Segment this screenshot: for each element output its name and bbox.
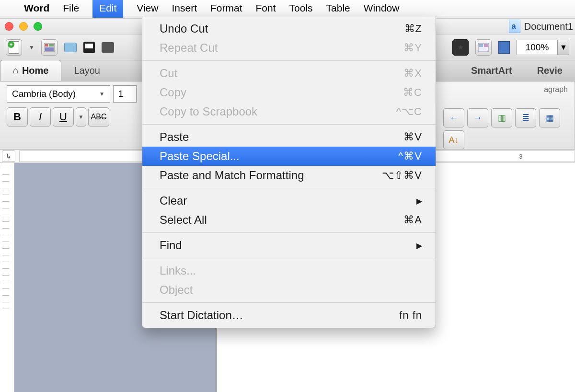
- menubar-format[interactable]: Format: [210, 2, 242, 14]
- menu-item-copy: Copy⌘C: [142, 83, 436, 102]
- menu-item-label: Copy: [160, 86, 186, 99]
- edit-menu-dropdown: Undo Cut⌘ZRepeat Cut⌘YCut⌘XCopy⌘CCopy to…: [142, 16, 436, 328]
- line-spacing-button[interactable]: ≣: [515, 108, 536, 127]
- text-direction-button[interactable]: ▥: [491, 108, 512, 127]
- menu-item-label: Cut: [160, 67, 177, 80]
- close-window-icon[interactable]: [5, 22, 13, 31]
- mac-menubar: Word File Edit View Insert Format Font T…: [0, 0, 575, 16]
- tab-stop-selector[interactable]: ↳: [2, 150, 15, 162]
- print-button[interactable]: [102, 42, 114, 53]
- menubar-app-name[interactable]: Word: [24, 2, 49, 14]
- menubar-tools[interactable]: Tools: [289, 2, 313, 14]
- borders-button[interactable]: ▦: [539, 108, 560, 127]
- svg-rect-5: [479, 44, 483, 47]
- tab-smartart[interactable]: SmartArt: [459, 60, 525, 81]
- menu-item-paste-special[interactable]: Paste Special...^⌘V: [142, 147, 436, 166]
- menu-separator: [142, 60, 436, 61]
- dropdown-arrow-icon[interactable]: ▼: [29, 44, 34, 51]
- menu-item-label: Select All: [160, 213, 207, 227]
- menubar-window[interactable]: Window: [364, 2, 400, 14]
- menu-item-find[interactable]: Find▶: [142, 236, 436, 255]
- menu-item-links: Links...: [142, 261, 436, 280]
- underline-button[interactable]: U: [53, 107, 74, 127]
- underline-dropdown[interactable]: ▼: [76, 107, 86, 127]
- menubar-view[interactable]: View: [137, 2, 158, 14]
- menu-item-shortcut: ⌘V: [403, 131, 422, 143]
- menu-item-start-dictation[interactable]: Start Dictation…fn fn: [142, 306, 436, 325]
- submenu-arrow-icon: ▶: [416, 241, 422, 250]
- font-size-value: 1: [118, 89, 124, 99]
- menu-item-select-all[interactable]: Select All⌘A: [142, 210, 436, 230]
- italic-button[interactable]: I: [30, 107, 51, 127]
- tab-review[interactable]: Revie: [525, 60, 575, 81]
- svg-rect-1: [45, 44, 48, 46]
- menu-item-label: Start Dictation…: [160, 309, 243, 322]
- menu-item-shortcut: ⌘Y: [403, 42, 422, 54]
- font-name-value: Cambria (Body): [12, 89, 76, 99]
- menubar-font[interactable]: Font: [256, 2, 276, 14]
- font-size-combo[interactable]: 1: [113, 85, 137, 103]
- menu-item-shortcut: ⌘C: [403, 86, 422, 99]
- menubar-insert[interactable]: Insert: [172, 2, 197, 14]
- menu-item-label: Repeat Cut: [160, 41, 218, 55]
- gallery-icon: [478, 43, 489, 52]
- ribbon-group-font: Cambria (Body) ▼ 1 B I U ▼ ABC: [0, 81, 144, 149]
- increase-indent-button[interactable]: [467, 108, 488, 127]
- menu-separator: [142, 258, 436, 258]
- menu-item-label: Paste and Match Formatting: [160, 169, 304, 182]
- menu-separator: [142, 124, 436, 125]
- menu-separator: [142, 302, 436, 303]
- window-title: Document1: [524, 21, 573, 32]
- menu-item-shortcut: ^⌘V: [398, 150, 422, 162]
- media-button[interactable]: [498, 41, 510, 54]
- menu-item-shortcut: ⌘A: [403, 214, 422, 226]
- menu-item-label: Paste Special...: [160, 150, 240, 163]
- menu-item-shortcut: ⌥⇧⌘V: [382, 169, 422, 182]
- menubar-table[interactable]: Table: [326, 2, 350, 14]
- zoom-field[interactable]: 100%: [517, 40, 558, 55]
- menu-item-paste[interactable]: Paste⌘V: [142, 127, 436, 147]
- font-name-combo[interactable]: Cambria (Body) ▼: [7, 85, 110, 103]
- sort-button[interactable]: A↓: [443, 130, 464, 150]
- strikethrough-button[interactable]: ABC: [88, 107, 109, 127]
- tab-home-label: Home: [22, 65, 49, 76]
- menu-item-repeat-cut: Repeat Cut⌘Y: [142, 38, 436, 58]
- document-icon: [509, 20, 520, 33]
- menu-item-shortcut: ^⌥C: [396, 105, 422, 118]
- chevron-down-icon: ▼: [95, 91, 105, 97]
- submenu-arrow-icon: ▶: [416, 196, 422, 206]
- menu-item-object: Object: [142, 280, 436, 300]
- menu-item-undo-cut[interactable]: Undo Cut⌘Z: [142, 19, 436, 38]
- svg-rect-6: [484, 44, 488, 47]
- tab-home[interactable]: ⌂ Home: [0, 60, 61, 81]
- menu-item-paste-and-match-formatting[interactable]: Paste and Match Formatting⌥⇧⌘V: [142, 166, 436, 185]
- open-button[interactable]: [64, 43, 77, 52]
- minimize-window-icon[interactable]: [19, 22, 28, 31]
- menu-item-shortcut: ⌘X: [403, 67, 422, 80]
- plus-icon: +: [8, 41, 14, 48]
- favorites-button[interactable]: [452, 39, 469, 56]
- zoom-dropdown-button[interactable]: ▼: [558, 40, 569, 55]
- templates-button[interactable]: [41, 39, 58, 56]
- home-icon: ⌂: [13, 66, 18, 76]
- zoom-window-icon[interactable]: [34, 22, 42, 31]
- ruler-mark-3: 3: [519, 153, 522, 160]
- bold-button[interactable]: B: [7, 107, 28, 127]
- menu-item-label: Object: [160, 283, 193, 297]
- menu-item-copy-to-scrapbook: Copy to Scrapbook^⌥C: [142, 102, 436, 121]
- decrease-indent-button[interactable]: [443, 108, 464, 127]
- menu-item-label: Paste: [160, 130, 189, 144]
- menubar-edit[interactable]: Edit: [92, 0, 123, 18]
- menubar-file[interactable]: File: [63, 2, 79, 14]
- menu-item-clear[interactable]: Clear▶: [142, 191, 436, 210]
- new-document-button[interactable]: +: [6, 39, 22, 56]
- tab-layout[interactable]: Layou: [61, 60, 113, 81]
- menu-item-shortcut: ⌘Z: [404, 23, 422, 35]
- svg-rect-2: [49, 44, 54, 46]
- save-button[interactable]: [83, 42, 95, 53]
- gallery-button[interactable]: [475, 39, 492, 56]
- menu-item-label: Copy to Scrapbook: [160, 105, 257, 118]
- vertical-ruler[interactable]: [0, 163, 14, 392]
- svg-rect-3: [45, 47, 54, 51]
- menu-item-label: Undo Cut: [160, 22, 208, 35]
